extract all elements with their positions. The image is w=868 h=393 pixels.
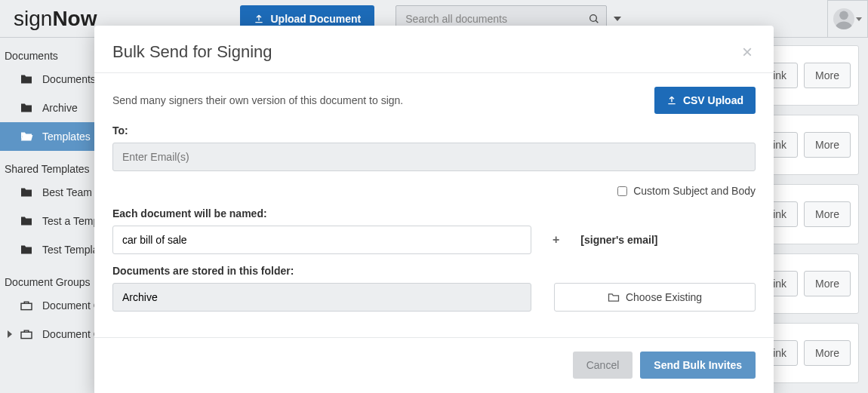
modal-footer: Cancel Send Bulk Invites: [94, 337, 774, 393]
folder-outline-icon: [608, 293, 620, 302]
custom-subject-checkbox[interactable]: [617, 186, 627, 196]
plus-text: +: [553, 233, 559, 247]
modal-header: Bulk Send for Signing ×: [94, 26, 774, 73]
document-name-label: Each document will be named:: [112, 207, 756, 220]
upload-icon: [666, 95, 677, 106]
modal-title: Bulk Send for Signing: [112, 42, 739, 62]
modal-description: Send many signers their own version of t…: [112, 94, 654, 106]
bulk-send-modal: Bulk Send for Signing × Send many signer…: [94, 26, 774, 393]
cancel-button[interactable]: Cancel: [573, 352, 633, 379]
send-bulk-invites-button[interactable]: Send Bulk Invites: [640, 352, 756, 379]
modal-body: Send many signers their own version of t…: [94, 73, 774, 316]
to-emails-input[interactable]: [112, 143, 756, 171]
folder-input: [112, 283, 531, 312]
choose-existing-label: Choose Existing: [626, 291, 702, 303]
to-label: To:: [112, 124, 756, 137]
csv-upload-label: CSV Upload: [683, 94, 743, 106]
close-icon: ×: [742, 41, 753, 62]
name-suffix-text: [signer's email]: [580, 234, 657, 246]
folder-label: Documents are stored in this folder:: [112, 265, 756, 277]
choose-existing-button[interactable]: Choose Existing: [554, 283, 756, 312]
csv-upload-button[interactable]: CSV Upload: [654, 87, 756, 114]
custom-subject-label[interactable]: Custom Subject and Body: [633, 185, 756, 197]
modal-close-button[interactable]: ×: [739, 43, 756, 61]
document-name-input[interactable]: [112, 226, 531, 254]
